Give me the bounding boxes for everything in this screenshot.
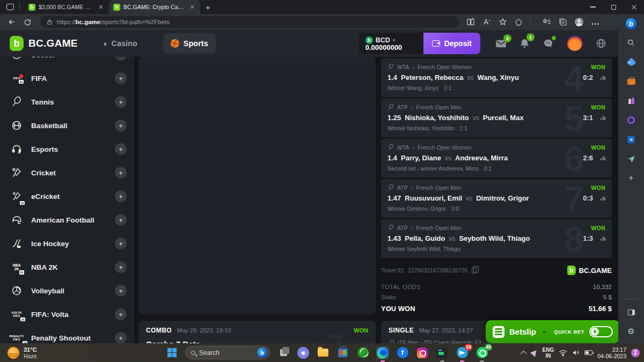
sidebar-item-ecricket[interactable]: eCricket +: [0, 184, 134, 208]
outlook-icon[interactable]: [618, 130, 644, 149]
add-icon[interactable]: +: [115, 167, 127, 179]
currency-selector[interactable]: BCD 0.00000000: [359, 33, 423, 54]
sidebar-item-fifa-volta[interactable]: VOLTA FIFA FIFA: Volta +: [0, 302, 134, 326]
bet-leg-card[interactable]: 7 ATP›French Open Men WON 1.47 Ruusuvuor…: [381, 179, 612, 218]
sidebar-item-fifa[interactable]: FIFA FIFA +: [0, 67, 134, 90]
telegram-icon[interactable]: 19: [456, 346, 469, 359]
chat-support-icon[interactable]: [543, 38, 554, 49]
sidebar-item-tennis[interactable]: Tennis +: [0, 90, 134, 114]
quick-bet-toggle[interactable]: [589, 326, 613, 337]
games-icon[interactable]: [618, 91, 644, 110]
browser-essentials-icon[interactable]: [515, 18, 523, 26]
browser-tab-1[interactable]: $3,000 BC.GAME SPORTS PARLAY: [24, 0, 109, 14]
tab-close-icon[interactable]: [188, 4, 196, 11]
sidebar-item-ice-hockey[interactable]: Ice Hockey +: [0, 232, 134, 255]
start-button[interactable]: [165, 346, 178, 359]
split-screen-icon[interactable]: [466, 18, 475, 26]
browser-profile-avatar[interactable]: [575, 18, 583, 26]
sidebar-item-volleyball[interactable]: Volleyball +: [0, 279, 134, 302]
stats-icon[interactable]: [601, 196, 605, 201]
nav-casino[interactable]: Casino: [96, 33, 145, 54]
language-indicator[interactable]: ENGIN: [543, 347, 554, 359]
sidebar-add-icon[interactable]: [618, 168, 644, 188]
close-button[interactable]: [624, 0, 644, 14]
more-menu-icon[interactable]: …: [591, 17, 601, 27]
add-icon[interactable]: +: [115, 332, 127, 343]
add-icon[interactable]: +: [115, 238, 127, 249]
bet-leg-card[interactable]: 4 WTA›French Open Women WON 1.4 Peterson…: [381, 58, 612, 97]
sidebar-settings-icon[interactable]: [618, 322, 644, 341]
favorites-bar-icon[interactable]: [543, 18, 551, 26]
user-avatar[interactable]: [567, 35, 583, 51]
add-icon[interactable]: +: [115, 261, 127, 273]
hidden-icons-chevron[interactable]: [521, 350, 526, 356]
favorite-star-icon[interactable]: [499, 18, 507, 26]
read-aloud-icon[interactable]: [482, 18, 491, 26]
stats-icon[interactable]: [601, 156, 605, 160]
stats-icon[interactable]: [601, 237, 605, 241]
add-icon[interactable]: +: [115, 214, 127, 226]
add-icon[interactable]: +: [115, 285, 127, 297]
history-card-combo[interactable]: 7 COMBO May 29, 2023, 18:10 WON Combo 7 …: [138, 321, 376, 343]
refresh-icon[interactable]: [24, 18, 32, 26]
shopping-icon[interactable]: [618, 53, 644, 72]
nav-sports[interactable]: Sports: [163, 33, 216, 54]
instagram-icon[interactable]: [416, 346, 429, 359]
tools-icon[interactable]: [618, 72, 644, 91]
bet-leg-card[interactable]: 6 WTA›French Open Women WON 1.4 Parry, D…: [381, 139, 612, 178]
bcgame-logo[interactable]: BC.GAME: [10, 36, 78, 51]
drop-icon[interactable]: [618, 149, 644, 168]
microsoft-store-icon[interactable]: [336, 346, 349, 359]
battery-icon[interactable]: [584, 350, 592, 355]
add-icon[interactable]: +: [115, 72, 127, 84]
task-view-button[interactable]: [277, 346, 290, 359]
betslip-button[interactable]: Betslip QUICK BET: [486, 320, 618, 343]
sidebar-toggle-icon[interactable]: [618, 302, 644, 322]
workspaces-icon[interactable]: [6, 4, 14, 10]
stats-icon[interactable]: [601, 116, 605, 120]
mail-icon[interactable]: 3: [495, 39, 507, 48]
sidebar-search-icon[interactable]: [618, 33, 644, 53]
stats-icon[interactable]: [601, 76, 605, 80]
facebook-icon[interactable]: [396, 346, 409, 359]
tab-close-icon[interactable]: [97, 4, 105, 11]
maximize-button[interactable]: [603, 0, 624, 14]
wifi-icon[interactable]: [559, 350, 567, 356]
new-tab-button[interactable]: +: [206, 3, 210, 12]
microsoft-365-icon[interactable]: [618, 110, 644, 130]
add-icon[interactable]: +: [115, 120, 127, 131]
edge-browser-icon[interactable]: [376, 346, 389, 359]
bet-leg-card[interactable]: 8 ATP›French Open Men WON 1.43 Pella, Gu…: [381, 219, 612, 258]
sidebar-item-penalty-shootout[interactable]: PENALTY FIFA Penalty Shootout +: [0, 326, 134, 343]
taskbar-search[interactable]: Search: [185, 346, 270, 359]
notification-badge[interactable]: 2: [631, 349, 640, 357]
deposit-button[interactable]: Deposit: [423, 33, 480, 54]
sidebar-item-nba2k[interactable]: NBA 2K NBA 2K +: [0, 255, 134, 279]
sidebar-item-esports[interactable]: Esports +: [0, 137, 134, 161]
sidebar-item-cricket[interactable]: Cricket +: [0, 161, 134, 184]
sidebar-item-basketball[interactable]: Basketball +: [0, 114, 134, 137]
browser-tab-2-active[interactable]: BC.GAME: Crypto Casino Games: [109, 0, 200, 14]
file-explorer-icon[interactable]: [317, 346, 330, 359]
language-globe-icon[interactable]: [596, 38, 606, 49]
address-bar[interactable]: https://bc.game/sports?bt-path=%2Fbets: [40, 16, 459, 28]
teams-chat-icon[interactable]: ◉: [297, 346, 310, 359]
collections-icon[interactable]: [559, 18, 567, 26]
sidebar-item-soccer[interactable]: Soccer +: [0, 57, 134, 67]
taskbar-weather-widget[interactable]: 31°C Haze: [8, 346, 37, 359]
volume-icon[interactable]: [572, 349, 580, 356]
add-icon[interactable]: +: [115, 143, 127, 155]
taskbar-clock[interactable]: 23:17 04-06-2023: [597, 346, 626, 359]
terminal-app-icon[interactable]: [436, 346, 449, 359]
add-icon[interactable]: +: [115, 57, 127, 61]
sidebar-item-american-football[interactable]: American Football +: [0, 208, 134, 232]
copy-icon[interactable]: [472, 268, 477, 274]
add-icon[interactable]: +: [115, 308, 127, 320]
xbox-icon[interactable]: [356, 346, 369, 359]
add-icon[interactable]: +: [115, 96, 127, 108]
bet-leg-card[interactable]: 5 ATP›French Open Men WON 1.25 Nishioka,…: [381, 99, 612, 137]
whatsapp-icon[interactable]: 45: [475, 346, 488, 359]
bing-chat-icon[interactable]: [618, 14, 644, 33]
back-icon[interactable]: [8, 18, 16, 26]
notifications-bell-icon[interactable]: 1: [519, 38, 530, 49]
